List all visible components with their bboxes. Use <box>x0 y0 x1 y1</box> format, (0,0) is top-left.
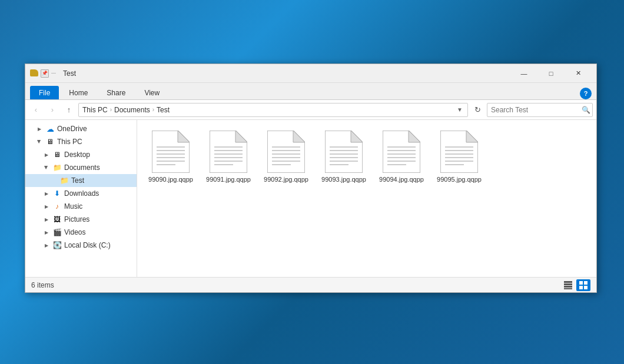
back-button[interactable]: ‹ <box>29 103 43 117</box>
pictures-icon: 🖼 <box>52 215 62 224</box>
file-icon <box>152 131 190 173</box>
expand-this-pc[interactable]: ▶ <box>36 138 43 145</box>
svg-marker-17 <box>293 131 305 142</box>
sidebar-label-local-disk: Local Disk (C:) <box>64 241 111 249</box>
svg-rect-55 <box>584 286 588 289</box>
up-button[interactable]: ↑ <box>62 103 76 117</box>
sidebar-item-pictures[interactable]: ▶ 🖼 Pictures <box>25 213 137 226</box>
onedrive-icon: ☁ <box>45 124 55 133</box>
folder-icon-titlebar <box>30 69 38 76</box>
svg-rect-50 <box>564 286 572 288</box>
file-name: 99094.jpg.qqpp <box>379 175 424 183</box>
title-bar-left-icons: 📌 <box>30 69 56 78</box>
sidebar-item-local-disk[interactable]: ▶ 💽 Local Disk (C:) <box>25 239 137 252</box>
sidebar-label-onedrive: OneDrive <box>57 125 87 133</box>
item-count: 6 items <box>31 281 54 289</box>
path-documents[interactable]: Documents <box>114 106 150 114</box>
file-name: 99092.jpg.qqpp <box>264 175 308 183</box>
sidebar-item-onedrive[interactable]: ▶ ☁ OneDrive <box>25 122 137 135</box>
tab-home[interactable]: Home <box>60 86 97 99</box>
large-icons-view-button[interactable] <box>576 279 590 291</box>
svg-marker-1 <box>178 131 190 142</box>
path-test[interactable]: Test <box>157 106 170 114</box>
tab-share[interactable]: Share <box>98 86 134 99</box>
file-item[interactable]: 99095.jpg.qqpp <box>433 127 486 187</box>
tab-file[interactable]: File <box>30 86 59 99</box>
address-path[interactable]: This PC › Documents › Test ▼ <box>78 103 468 117</box>
svg-rect-49 <box>564 283 572 285</box>
file-icon <box>440 131 478 173</box>
svg-rect-48 <box>564 281 572 283</box>
maximize-button[interactable]: □ <box>537 64 565 83</box>
path-this-pc[interactable]: This PC <box>82 106 108 114</box>
sidebar-label-desktop: Desktop <box>64 151 90 159</box>
svg-rect-53 <box>584 281 588 285</box>
sidebar-label-downloads: Downloads <box>64 189 99 198</box>
file-item[interactable]: 99090.jpg.qqpp <box>144 127 197 187</box>
music-icon: ♪ <box>52 202 62 211</box>
file-name: 99090.jpg.qqpp <box>148 175 193 183</box>
view-buttons <box>561 279 590 291</box>
expand-pictures[interactable]: ▶ <box>43 216 50 223</box>
file-item[interactable]: 99092.jpg.qqpp <box>260 127 313 187</box>
tab-view[interactable]: View <box>135 86 168 99</box>
file-item[interactable]: 99094.jpg.qqpp <box>375 127 428 187</box>
expand-videos[interactable]: ▶ <box>43 229 50 236</box>
videos-icon: 🎬 <box>52 228 62 237</box>
divider <box>51 73 56 74</box>
sidebar-item-this-pc[interactable]: ▶ 🖥 This PC <box>25 135 137 148</box>
this-pc-icon: 🖥 <box>45 137 55 146</box>
sidebar-item-documents[interactable]: ▶ 📁 Documents <box>25 161 137 174</box>
svg-marker-9 <box>235 131 247 142</box>
sidebar-item-desktop[interactable]: ▶ 🖥 Desktop <box>25 148 137 161</box>
help-button[interactable]: ? <box>580 88 592 99</box>
sidebar-label-music: Music <box>64 202 82 211</box>
svg-marker-25 <box>351 131 363 142</box>
file-icon <box>267 131 305 173</box>
sidebar-label-videos: Videos <box>64 228 85 236</box>
desktop-icon: 🖥 <box>52 150 62 159</box>
expand-downloads[interactable]: ▶ <box>43 190 50 197</box>
expand-desktop[interactable]: ▶ <box>43 151 50 158</box>
main-content: ▶ ☁ OneDrive ▶ 🖥 This PC ▶ 🖥 Desktop ▶ 📁… <box>25 120 596 277</box>
expand-documents[interactable]: ▶ <box>43 164 50 171</box>
window-controls: — □ ✕ <box>510 64 592 83</box>
svg-rect-54 <box>579 286 583 289</box>
file-icon <box>210 131 247 173</box>
downloads-icon: ⬇ <box>52 189 62 198</box>
file-icon <box>383 131 420 173</box>
minimize-button[interactable]: — <box>510 64 537 83</box>
sidebar-label-this-pc: This PC <box>57 138 82 146</box>
sidebar-label-test: Test <box>71 176 84 185</box>
ribbon-tabs: File Home Share View ? <box>25 83 596 99</box>
svg-marker-41 <box>466 131 478 142</box>
sidebar: ▶ ☁ OneDrive ▶ 🖥 This PC ▶ 🖥 Desktop ▶ 📁… <box>25 120 137 277</box>
file-name: 99091.jpg.qqpp <box>206 175 251 183</box>
search-input[interactable] <box>491 106 579 114</box>
sidebar-item-test[interactable]: ▶ 📁 Test <box>25 174 137 187</box>
sidebar-item-videos[interactable]: ▶ 🎬 Videos <box>25 226 137 239</box>
svg-rect-52 <box>579 281 583 285</box>
address-dropdown-arrow[interactable]: ▼ <box>456 106 464 113</box>
file-icon <box>325 131 363 173</box>
search-box[interactable]: 🔍 <box>487 103 593 117</box>
refresh-button[interactable]: ↻ <box>470 103 484 117</box>
sidebar-item-music[interactable]: ▶ ♪ Music <box>25 200 137 213</box>
search-icon[interactable]: 🔍 <box>582 106 590 114</box>
file-explorer-window: 📌 Test — □ ✕ File Home Share View ? ‹ › … <box>25 64 597 293</box>
file-item[interactable]: 99093.jpg.qqpp <box>317 127 370 187</box>
expand-local-disk[interactable]: ▶ <box>43 242 50 249</box>
documents-icon: 📁 <box>52 163 62 172</box>
svg-marker-33 <box>409 131 420 142</box>
expand-onedrive[interactable]: ▶ <box>36 125 43 132</box>
file-item[interactable]: 99091.jpg.qqpp <box>202 127 255 187</box>
forward-button[interactable]: › <box>45 103 59 117</box>
path-sep-2: › <box>152 106 154 113</box>
path-sep-1: › <box>110 106 112 113</box>
details-view-button[interactable] <box>561 279 575 291</box>
expand-music[interactable]: ▶ <box>43 203 50 210</box>
file-area: 99090.jpg.qqpp 99091.jpg.qqpp 99092.jpg.… <box>137 120 596 277</box>
close-button[interactable]: ✕ <box>565 64 592 83</box>
address-bar: ‹ › ↑ This PC › Documents › Test ▼ ↻ 🔍 <box>25 100 596 120</box>
sidebar-item-downloads[interactable]: ▶ ⬇ Downloads <box>25 187 137 200</box>
